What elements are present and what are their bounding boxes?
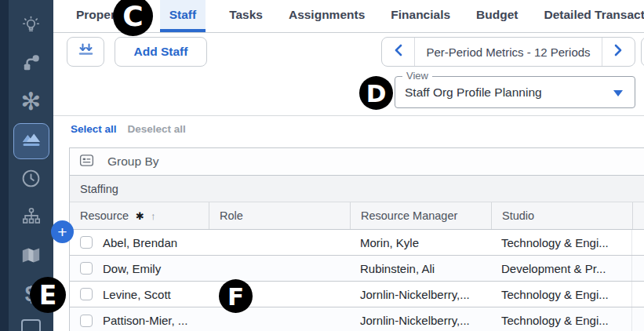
som-marker-d: D [359, 76, 393, 110]
row-checkbox[interactable] [80, 262, 93, 275]
table-row[interactable]: Abel, Brendan Morin, Kyle Technology & E… [70, 230, 644, 256]
column-header-resource-manager[interactable]: Resource Manager [350, 202, 491, 229]
tab-assignments[interactable]: Assignments [286, 0, 367, 32]
select-all-link[interactable]: Select all [71, 123, 117, 135]
table-row[interactable]: Levine, Scott Jornlin-Nickelberry,... Te… [70, 282, 644, 307]
resource-name: Pattison-Mier, ... [103, 314, 187, 327]
grid-header-row: Resource ✱ ↑ Role Resource Manager Studi… [70, 202, 644, 230]
studio-cell: Technology & Engi... [491, 230, 632, 255]
export-button[interactable] [67, 37, 104, 67]
table-row[interactable]: Pattison-Mier, ... Jornlin-Nickelberry,.… [70, 307, 644, 331]
period-metrics-label[interactable]: Per-Period Metrics - 12 Periods [415, 38, 602, 66]
resource-name: Abel, Brendan [103, 236, 177, 249]
sidebar-item-clock[interactable] [9, 168, 53, 191]
studio-cell: Development & Pr... [491, 256, 632, 281]
resource-manager-cell: Rubinstein, Ali [350, 256, 491, 281]
column-header-resource[interactable]: Resource ✱ ↑ [70, 202, 209, 229]
required-marker-icon: ✱ [136, 210, 144, 222]
add-staff-button[interactable]: Add Staff [115, 37, 207, 67]
row-checkbox[interactable] [80, 288, 93, 300]
org-chart-icon [21, 206, 42, 230]
deselect-all-link[interactable]: Deselect all [128, 123, 186, 135]
lightbulb-icon [20, 15, 42, 39]
asterisk-icon: ✻ [21, 89, 42, 115]
role-cell [209, 256, 350, 281]
table-icon [21, 319, 41, 331]
row-checkbox[interactable] [80, 236, 93, 249]
row-checkbox[interactable] [80, 315, 93, 327]
tab-financials[interactable]: Financials [388, 0, 453, 32]
clock-icon [20, 168, 42, 192]
tab-budget[interactable]: Budget [474, 0, 520, 32]
resource-manager-cell: Morin, Kyle [350, 230, 491, 255]
column-header-extra [632, 202, 644, 229]
sidebar-item-staffing-active[interactable] [13, 123, 49, 159]
tab-tasks[interactable]: Tasks [227, 0, 265, 32]
group-header-staffing[interactable]: Staffing [70, 176, 644, 202]
download-arrows-icon [77, 42, 95, 61]
view-dropdown[interactable]: View Staff Org Profile Planning [395, 76, 635, 108]
resource-manager-cell: Jornlin-Nickelberry,... [350, 282, 491, 307]
sidebar-item-map[interactable] [9, 245, 53, 268]
som-marker-f: F [219, 279, 253, 313]
staff-grid: Group By Staffing Resource ✱ ↑ Role Reso… [69, 147, 644, 331]
main-content: Properties Staff Tasks Assignments Finan… [53, 0, 644, 331]
group-by-bar[interactable]: Group By [70, 147, 644, 176]
sidebar-edge-strip [0, 0, 9, 331]
section-divider [53, 115, 644, 116]
resource-name: Levine, Scott [103, 288, 171, 301]
next-panel-button-partial[interactable] [641, 37, 644, 67]
map-icon [20, 245, 42, 269]
selection-links: Select all Deselect all [71, 123, 186, 135]
som-marker-e: E [30, 277, 66, 313]
chevron-right-icon [614, 44, 623, 60]
table-row[interactable]: Dow, Emily Rubinstein, Ali Development &… [70, 256, 644, 282]
studio-cell: Technology & Engi... [491, 307, 632, 331]
add-row-fab-button[interactable]: + [51, 220, 74, 243]
view-dropdown-value: Staff Org Profile Planning [405, 77, 542, 107]
sidebar-item-lightbulb[interactable] [9, 14, 53, 39]
group-by-label: Group By [107, 155, 158, 169]
previous-period-button[interactable] [382, 38, 415, 66]
tab-detailed-transaction-view[interactable]: Detailed Transaction View [541, 0, 644, 32]
chevron-left-icon [394, 44, 402, 60]
period-navigator: Per-Period Metrics - 12 Periods [381, 37, 635, 67]
group-by-icon [79, 153, 94, 171]
sidebar-item-table[interactable] [9, 316, 53, 331]
staffing-chart-icon [20, 129, 42, 154]
dropdown-triangle-icon [613, 90, 623, 96]
resource-manager-cell: Jornlin-Nickelberry,... [350, 307, 491, 331]
column-header-role[interactable]: Role [209, 202, 350, 229]
sidebar-item-asterisk[interactable]: ✻ [9, 89, 53, 115]
sidebar-item-pipeline[interactable] [9, 52, 53, 75]
pipeline-icon [21, 52, 42, 75]
role-cell [209, 230, 350, 255]
next-period-button[interactable] [602, 38, 635, 66]
resource-name: Dow, Emily [103, 262, 161, 275]
tab-staff[interactable]: Staff [160, 0, 206, 32]
sort-ascending-icon: ↑ [151, 210, 156, 222]
column-header-studio[interactable]: Studio [491, 202, 632, 229]
studio-cell: Technology & Engi... [491, 282, 632, 307]
sidebar-item-org-chart[interactable] [9, 206, 53, 230]
